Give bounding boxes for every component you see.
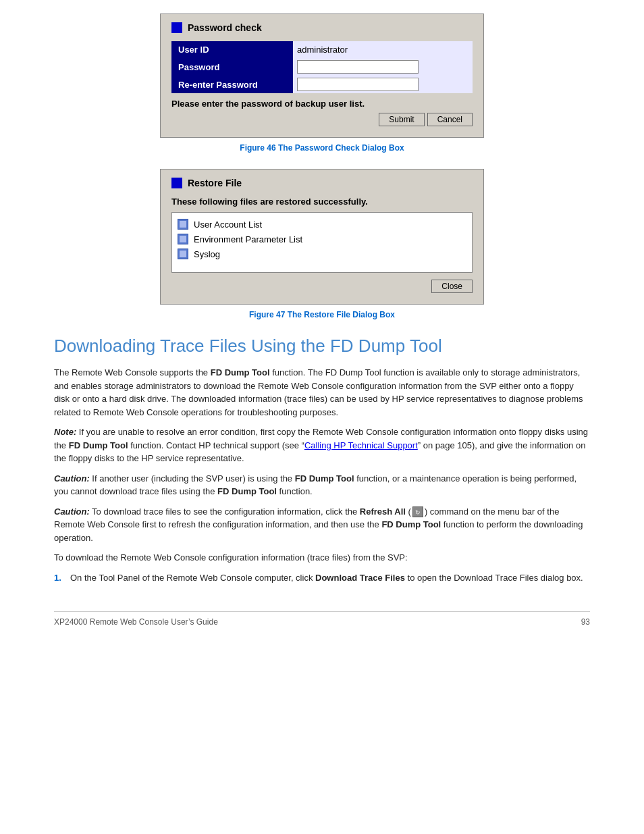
paragraph-1: The Remote Web Console supports the FD D… (54, 366, 590, 419)
reenter-password-input[interactable] (297, 78, 419, 91)
cancel-button[interactable]: Cancel (427, 113, 473, 126)
file-name: User Account List (194, 219, 262, 230)
fd-dump-bold-2: FD Dump Tool (69, 440, 128, 450)
password-check-table: User ID administrator Password Re-enter … (171, 41, 473, 93)
table-row: User ID administrator (171, 41, 473, 58)
dialog1-title: Password check (188, 22, 262, 33)
file-icon (178, 249, 188, 259)
step-list: 1. On the Tool Panel of the Remote Web C… (54, 571, 590, 585)
password-label: Password (171, 58, 293, 76)
caution-label-1: Caution: (54, 473, 90, 484)
close-button[interactable]: Close (431, 280, 473, 293)
restore-file-dialog-container: Restore File These following files are r… (54, 169, 590, 305)
table-row: Re-enter Password (171, 76, 473, 93)
file-icon (178, 219, 188, 230)
userid-label: User ID (171, 41, 293, 58)
section-heading: Downloading Trace Files Using the FD Dum… (54, 336, 590, 357)
dialog1-title-icon (171, 22, 182, 33)
submit-button[interactable]: Submit (379, 113, 424, 126)
intro-list-text: To download the Remote Web Console confi… (54, 551, 590, 565)
note-label: Note: (54, 427, 76, 437)
fd-dump-bold-4: FD Dump Tool (217, 486, 277, 496)
step1-text: On the Tool Panel of the Remote Web Cons… (70, 571, 583, 585)
dialog2-title: Restore File (188, 178, 242, 188)
figure47-caption: Figure 47 The Restore File Dialog Box (54, 310, 590, 319)
password-note: Please enter the password of backup user… (171, 99, 473, 109)
restore-file-list: User Account List Environment Parameter … (171, 212, 473, 273)
list-item: Syslog (178, 246, 466, 261)
calling-hp-link[interactable]: Calling HP Technical Support (304, 440, 418, 450)
dialog2-title-icon (171, 178, 182, 188)
userid-value: administrator (293, 41, 473, 58)
file-name: Environment Parameter List (194, 234, 302, 244)
password-field-cell (293, 58, 473, 76)
caution-block-1: Caution: If another user (including the … (54, 472, 590, 498)
fd-dump-bold-5: FD Dump Tool (381, 519, 441, 529)
dialog1-title-bar: Password check (171, 22, 473, 33)
figure46-caption: Figure 46 The Password Check Dialog Box (54, 143, 590, 153)
userid-text: administrator (297, 45, 348, 55)
page-footer: XP24000 Remote Web Console User’s Guide … (54, 611, 590, 627)
list-item: User Account List (178, 217, 466, 232)
table-row: Password (171, 58, 473, 76)
file-icon (178, 234, 188, 244)
password-input[interactable] (297, 60, 419, 74)
restore-file-dialog: Restore File These following files are r… (160, 169, 484, 305)
password-check-dialog-container: Password check User ID administrator Pas… (54, 14, 590, 138)
restore-success-text: These following files are restored succe… (171, 197, 473, 207)
step-number: 1. (54, 571, 70, 585)
dialog2-title-bar: Restore File (171, 178, 473, 188)
dialog1-buttons: Submit Cancel (171, 113, 473, 126)
refresh-all-icon: ↻ (412, 506, 423, 517)
download-trace-files-bold: Download Trace Files (315, 573, 405, 583)
list-item: Environment Parameter List (178, 232, 466, 246)
reenter-field-cell (293, 76, 473, 93)
note-block-1: Note: If you are unable to resolve an er… (54, 425, 590, 465)
file-name: Syslog (194, 249, 220, 259)
dialog2-buttons: Close (171, 280, 473, 293)
caution-block-2: Caution: To download trace files to see … (54, 505, 590, 545)
fd-dump-bold-3: FD Dump Tool (295, 473, 354, 484)
caution-label-2: Caution: (54, 506, 90, 517)
reenter-label: Re-enter Password (171, 76, 293, 93)
footer-guide-title: XP24000 Remote Web Console User’s Guide (54, 617, 218, 627)
refresh-all-bold: Refresh All (360, 506, 406, 517)
password-check-dialog: Password check User ID administrator Pas… (160, 14, 484, 138)
page-number: 93 (581, 617, 590, 627)
list-item: 1. On the Tool Panel of the Remote Web C… (54, 571, 590, 585)
fd-dump-bold-1: FD Dump Tool (211, 367, 270, 377)
